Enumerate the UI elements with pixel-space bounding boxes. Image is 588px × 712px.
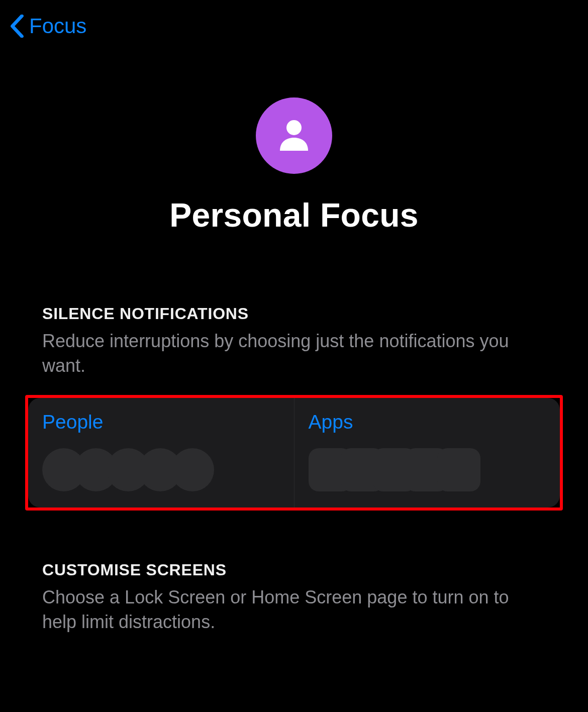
section-header-customise: CUSTOMISE SCREENS xyxy=(42,561,546,579)
focus-icon-circle xyxy=(256,97,332,174)
section-header-silence: SILENCE NOTIFICATIONS xyxy=(42,304,546,323)
silence-notifications-section: SILENCE NOTIFICATIONS Reduce interruptio… xyxy=(0,304,588,511)
people-placeholders xyxy=(42,448,280,491)
back-button-label[interactable]: Focus xyxy=(29,14,86,38)
person-icon xyxy=(274,115,314,157)
app-placeholder-icon xyxy=(437,448,480,491)
customise-screens-section: CUSTOMISE SCREENS Choose a Lock Screen o… xyxy=(0,561,588,634)
notification-cards-row: People Apps xyxy=(25,395,563,511)
apps-placeholders xyxy=(309,448,546,491)
apps-card[interactable]: Apps xyxy=(295,398,560,507)
page-title: Personal Focus xyxy=(169,196,419,234)
section-desc-customise: Choose a Lock Screen or Home Screen page… xyxy=(42,585,546,634)
avatar-placeholder-icon xyxy=(171,448,214,491)
apps-card-label: Apps xyxy=(309,411,546,433)
people-card-label: People xyxy=(42,411,280,433)
section-desc-silence: Reduce interruptions by choosing just th… xyxy=(42,329,546,378)
nav-bar: Focus xyxy=(0,0,588,52)
focus-header: Personal Focus xyxy=(0,52,588,234)
people-card[interactable]: People xyxy=(28,398,295,507)
chevron-left-icon[interactable] xyxy=(10,15,24,38)
svg-point-0 xyxy=(286,120,302,135)
